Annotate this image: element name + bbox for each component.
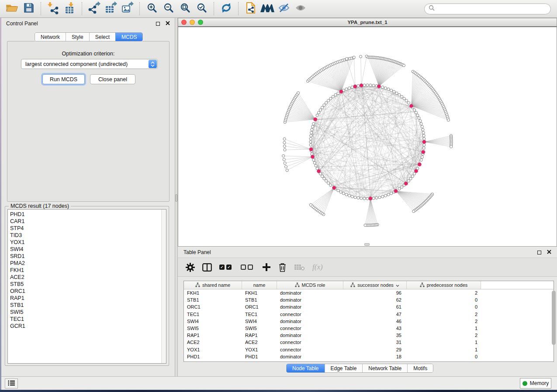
cell-shared-name[interactable]: SWI4	[184, 319, 242, 324]
tab-edge-table[interactable]: Edge Table	[325, 364, 363, 372]
mcds-result-item[interactable]: STB5	[8, 281, 166, 288]
network-titlebar[interactable]: YPA_prune.txt_1	[178, 18, 557, 27]
tab-node-table[interactable]: Node Table	[287, 364, 325, 372]
hide-all-columns-button[interactable]	[241, 265, 255, 270]
column-header-predecessor-nodes[interactable]: predecessor nodes	[407, 281, 481, 289]
cell-name[interactable]: SWI4	[242, 319, 277, 324]
import-table-button[interactable]	[62, 1, 77, 16]
cell-name[interactable]: PHD1	[242, 354, 277, 359]
cell-successor-nodes[interactable]: 29	[343, 347, 407, 352]
cell-predecessor-nodes[interactable]: 0	[407, 354, 481, 359]
table-row[interactable]: FKH1FKH1dominator962	[184, 289, 554, 296]
cell-name[interactable]: RAP1	[242, 333, 277, 338]
mcds-result-item[interactable]: SRD1	[8, 253, 166, 260]
cell-predecessor-nodes[interactable]: 2	[407, 290, 481, 296]
maximize-window-icon[interactable]	[198, 20, 203, 25]
cell-shared-name[interactable]: YOX1	[184, 347, 242, 352]
search-field[interactable]	[424, 3, 551, 14]
cell-name[interactable]: ORC1	[242, 304, 277, 309]
tab-network[interactable]: Network	[35, 33, 66, 41]
cell-predecessor-nodes[interactable]: 2	[407, 319, 481, 324]
hide-selection-button[interactable]	[276, 1, 291, 16]
float-panel-icon[interactable]	[537, 251, 541, 254]
splitter-handle[interactable]	[175, 194, 177, 202]
cell-predecessor-nodes[interactable]: 1	[407, 326, 481, 331]
close-window-icon[interactable]	[181, 20, 187, 25]
node-table[interactable]: shared namenameMCDS rolesuccessor nodesp…	[183, 281, 554, 362]
open-session-button[interactable]	[4, 1, 20, 16]
mcds-result-item[interactable]: ACE2	[8, 274, 166, 281]
cell-successor-nodes[interactable]: 35	[343, 333, 407, 338]
table-row[interactable]: RAP1RAP1dominator352	[184, 332, 554, 339]
cell-shared-name[interactable]: SWI5	[184, 326, 242, 331]
cell-mcds-role[interactable]: connector	[277, 326, 343, 331]
delete-column-button[interactable]	[278, 263, 287, 272]
task-history-button[interactable]	[5, 378, 18, 389]
clone-document-button[interactable]	[243, 1, 258, 16]
table-row[interactable]: ACE2ACE2connector311	[184, 339, 554, 346]
cell-successor-nodes[interactable]: 43	[343, 326, 407, 331]
mcds-result-item[interactable]: YOX1	[8, 239, 166, 246]
network-splitter-dot[interactable]	[364, 243, 370, 246]
table-row[interactable]: SWI5SWI5connector431	[184, 325, 554, 332]
mcds-result-list[interactable]: PHD1CAR1STP4TID3YOX1SWI4SRD1PMA2FKH1ACE2…	[7, 209, 166, 364]
cell-successor-nodes[interactable]: 46	[343, 319, 407, 324]
cell-shared-name[interactable]: STB1	[184, 297, 242, 303]
cell-mcds-role[interactable]: connector	[277, 340, 343, 345]
cell-mcds-role[interactable]: connector	[277, 312, 343, 317]
table-row[interactable]: STB1STB1dominator620	[184, 296, 554, 303]
cell-successor-nodes[interactable]: 47	[343, 312, 407, 317]
export-table-button[interactable]	[103, 1, 118, 16]
cell-mcds-role[interactable]: dominator	[277, 333, 343, 338]
mcds-result-item[interactable]: FKH1	[8, 267, 166, 274]
mcds-result-item[interactable]: ORC1	[8, 288, 166, 295]
cell-shared-name[interactable]: ORC1	[184, 304, 242, 309]
cell-shared-name[interactable]: ACE2	[184, 340, 242, 345]
cell-successor-nodes[interactable]: 31	[343, 340, 407, 345]
cell-mcds-role[interactable]: dominator	[277, 319, 343, 324]
tab-style[interactable]: Style	[66, 33, 89, 41]
cell-predecessor-nodes[interactable]: 1	[407, 340, 481, 345]
table-row[interactable]: SWI4SWI4dominator462	[184, 318, 554, 325]
cell-shared-name[interactable]: PHD1	[184, 354, 242, 359]
table-scrollbar-thumb[interactable]	[552, 291, 556, 345]
mcds-result-item[interactable]: PHD1	[8, 211, 166, 218]
mcds-result-item[interactable]: CAR1	[8, 218, 166, 225]
zoom-fit-button[interactable]	[177, 1, 193, 16]
save-session-button[interactable]	[21, 1, 36, 16]
column-header-shared-name[interactable]: shared name	[184, 281, 242, 289]
import-network-button[interactable]	[45, 1, 61, 16]
cell-successor-nodes[interactable]: 96	[343, 290, 407, 296]
float-panel-icon[interactable]	[156, 22, 160, 26]
cell-name[interactable]: STB1	[242, 297, 277, 303]
refresh-button[interactable]	[218, 1, 234, 16]
criterion-dropdown[interactable]: largest connected component (undirected)	[21, 59, 158, 69]
cell-shared-name[interactable]: TEC1	[184, 312, 242, 317]
cell-mcds-role[interactable]: dominator	[277, 304, 343, 309]
table-settings-button[interactable]	[186, 263, 195, 272]
column-header-successor-nodes[interactable]: successor nodes	[343, 281, 407, 289]
table-row[interactable]: PHD1PHD1dominator180	[184, 353, 554, 360]
show-all-button[interactable]	[293, 1, 308, 16]
export-image-button[interactable]	[120, 1, 135, 16]
cell-predecessor-nodes[interactable]: 2	[407, 333, 481, 338]
cell-predecessor-nodes[interactable]: 0	[407, 304, 481, 309]
split-pane-button[interactable]	[202, 263, 212, 272]
show-all-columns-button[interactable]: ✓✓	[219, 265, 233, 270]
close-panel-button[interactable]: Close panel	[90, 74, 135, 84]
mcds-result-item[interactable]: STP4	[8, 225, 166, 232]
table-row[interactable]: ORC1ORC1dominator610	[184, 303, 554, 310]
mcds-list-scrollbar[interactable]	[161, 210, 166, 363]
mcds-result-item[interactable]: PMA2	[8, 260, 166, 267]
cell-successor-nodes[interactable]: 62	[343, 297, 407, 303]
zoom-out-button[interactable]	[161, 1, 176, 16]
cell-shared-name[interactable]: RAP1	[184, 333, 242, 338]
cell-shared-name[interactable]: FKH1	[184, 290, 242, 296]
table-row[interactable]: YOX1YOX1connector291	[184, 346, 554, 353]
column-header-mcds-role[interactable]: MCDS role	[277, 281, 343, 289]
tab-select[interactable]: Select	[89, 33, 115, 41]
tab-motifs[interactable]: Motifs	[407, 364, 433, 372]
close-panel-icon[interactable]	[166, 21, 170, 27]
table-row[interactable]: TEC1TEC1connector472	[184, 311, 554, 318]
mcds-result-item[interactable]: GCR1	[8, 323, 166, 330]
